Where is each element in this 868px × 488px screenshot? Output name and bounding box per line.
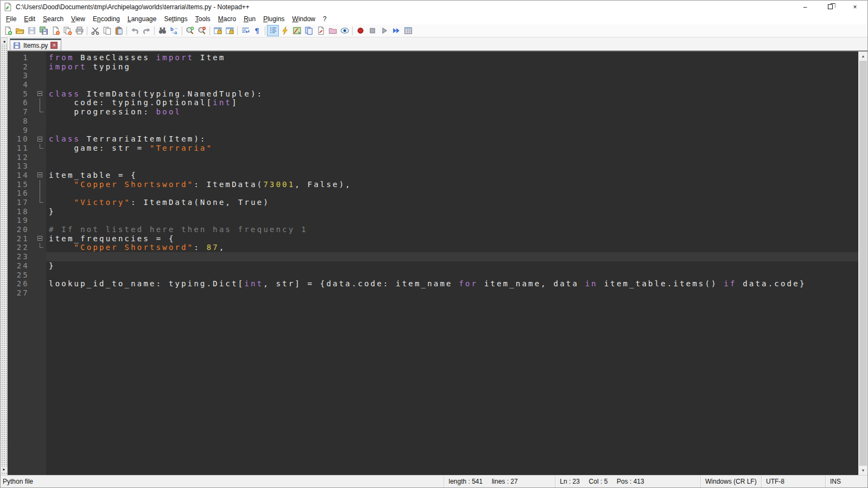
code-line[interactable]: progression: bool [46, 107, 858, 117]
code-line[interactable]: item_table = { [46, 171, 858, 180]
save-icon[interactable] [25, 25, 37, 36]
stop-recording-icon[interactable] [366, 25, 378, 36]
show-all-characters-icon[interactable]: ¶ [251, 25, 263, 36]
word-wrap-icon[interactable] [239, 25, 251, 36]
document-monitor-icon[interactable] [339, 25, 350, 36]
run-macro-multiple-icon[interactable] [390, 25, 402, 36]
code-line[interactable]: from BaseClasses import Item [46, 53, 858, 62]
code-line[interactable] [46, 126, 858, 135]
menu-item-view[interactable]: View [67, 14, 89, 24]
start-recording-icon[interactable] [354, 25, 366, 36]
scrollbar-track[interactable] [859, 61, 867, 466]
scrollbar-thumb[interactable] [859, 61, 867, 466]
zoom-in-icon[interactable] [184, 25, 196, 36]
close-file-icon[interactable] [49, 25, 61, 36]
scroll-up-icon[interactable]: ▲ [859, 52, 867, 61]
document-list-icon[interactable] [303, 25, 315, 36]
print-icon[interactable] [73, 25, 85, 36]
code-line[interactable]: } [46, 261, 858, 271]
menu-item-tools[interactable]: Tools [192, 14, 214, 24]
code-line[interactable]: import typing [46, 62, 858, 72]
copy-icon[interactable] [101, 25, 113, 36]
sync-vertical-icon[interactable] [212, 25, 224, 36]
code-area[interactable]: from BaseClasses import Itemimport typin… [46, 52, 858, 475]
menu-item-settings[interactable]: Settings [160, 14, 191, 24]
code-line[interactable] [46, 189, 858, 198]
menu-item-window[interactable]: Window [289, 14, 320, 24]
code-editor[interactable]: 1234567891011121314151617181920212223242… [8, 52, 858, 475]
document-map-icon[interactable] [291, 25, 303, 36]
maximize-restore-button[interactable] [818, 1, 843, 13]
redo-icon[interactable] [141, 25, 152, 36]
dock-grip[interactable]: ◂ ▸ [1, 37, 8, 475]
indent-guide-icon[interactable] [267, 25, 279, 36]
minimize-button[interactable]: – [793, 1, 818, 13]
sync-horizontal-icon[interactable] [224, 25, 235, 36]
save-all-icon[interactable] [37, 25, 49, 36]
tab-scroll-left-icon[interactable]: ◂ [1, 39, 7, 44]
save-recorded-macro-icon[interactable] [402, 25, 414, 36]
code-line[interactable] [46, 288, 858, 298]
code-line[interactable]: "Victory": ItemData(None, True) [46, 198, 858, 207]
code-line[interactable]: "Copper Shortsword": 87, [46, 243, 858, 252]
close-button[interactable]: × [843, 1, 867, 13]
menu-item-help[interactable]: ? [319, 14, 330, 24]
toolbar-separator [237, 27, 238, 35]
fold-collapse-icon[interactable] [37, 137, 42, 142]
new-file-icon[interactable] [2, 25, 14, 36]
code-line[interactable]: class TerrariaItem(Item): [46, 134, 858, 144]
fold-toggle[interactable] [35, 134, 46, 144]
playback-macro-icon[interactable] [378, 25, 390, 36]
fold-collapse-icon[interactable] [37, 91, 42, 96]
code-line[interactable] [46, 271, 858, 280]
line-number: 7 [8, 107, 35, 117]
code-line[interactable] [46, 153, 858, 162]
code-line[interactable]: } [46, 207, 858, 216]
zoom-out-icon[interactable] [196, 25, 208, 36]
code-line[interactable] [46, 162, 858, 171]
code-line[interactable]: lookup_id_to_name: typing.Dict[int, str]… [46, 279, 858, 288]
cut-icon[interactable] [89, 25, 101, 36]
code-line[interactable]: item_frequencies = { [46, 234, 858, 243]
undo-icon[interactable] [129, 25, 141, 36]
menu-item-macro[interactable]: Macro [214, 14, 240, 24]
fold-collapse-icon[interactable] [37, 172, 42, 177]
menu-item-run[interactable]: Run [240, 14, 259, 24]
menu-item-encoding[interactable]: Encoding [89, 14, 124, 24]
code-line[interactable] [46, 252, 858, 261]
vertical-scrollbar[interactable]: ▲ ▼ [858, 52, 867, 475]
menu-item-search[interactable]: Search [39, 14, 67, 24]
code-line[interactable] [46, 71, 858, 80]
open-file-icon[interactable] [14, 25, 25, 36]
paste-icon[interactable] [113, 25, 125, 36]
code-line[interactable]: "Copper Shortsword": ItemData(73001, Fal… [46, 180, 858, 189]
tab-items-py[interactable]: Items.py× [10, 38, 61, 50]
file-browser-icon[interactable] [315, 25, 327, 36]
fold-toggle[interactable] [35, 234, 46, 243]
code-line[interactable]: # If not listed here then has frequency … [46, 225, 858, 234]
fold-toggle[interactable] [35, 171, 46, 180]
menu-item-edit[interactable]: Edit [20, 14, 39, 24]
menu-item-file[interactable]: File [2, 14, 20, 24]
code-line[interactable]: game: str = "Terraria" [46, 144, 858, 153]
find-icon[interactable] [156, 25, 168, 36]
scroll-down-icon[interactable]: ▼ [859, 466, 867, 475]
code-line[interactable] [46, 80, 858, 89]
folder-as-workspace-icon[interactable] [327, 25, 339, 36]
code-line[interactable]: class ItemData(typing.NamedTuple): [46, 89, 858, 99]
code-line[interactable]: code: typing.Optional[int] [46, 98, 858, 107]
replace-icon[interactable]: ba [168, 25, 180, 36]
toolbar-group [89, 25, 125, 36]
editor-column: Items.py× 123456789101112131415161718192… [8, 37, 867, 475]
dock-expand-icon[interactable]: ▸ [1, 467, 7, 472]
fold-toggle[interactable] [35, 89, 46, 99]
function-list-icon[interactable] [279, 25, 291, 36]
menu-item-language[interactable]: Language [124, 14, 160, 24]
code-line[interactable] [46, 117, 858, 126]
menu-item-plugins[interactable]: Plugins [259, 14, 288, 24]
tab-close-icon[interactable]: × [50, 42, 58, 49]
main-area: ◂ ▸ Items.py× 12345678910111213141516171… [1, 37, 867, 475]
fold-collapse-icon[interactable] [37, 236, 42, 241]
close-all-icon[interactable] [61, 25, 73, 36]
code-line[interactable] [46, 216, 858, 225]
